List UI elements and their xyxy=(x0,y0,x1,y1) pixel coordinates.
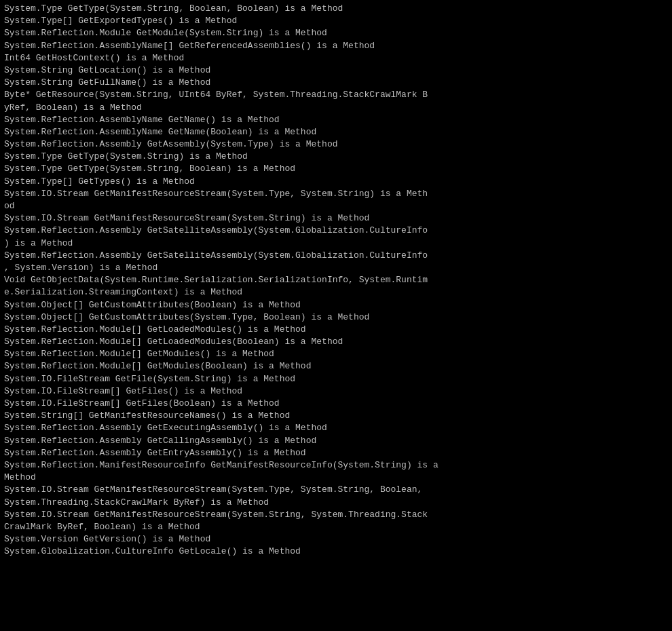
output-content: System.Type GetType(System.String, Boole… xyxy=(4,3,668,558)
